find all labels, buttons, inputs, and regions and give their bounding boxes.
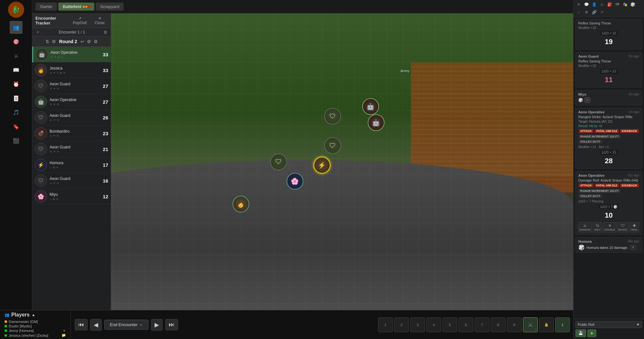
combatant-info-3: Aeon Operative ☠ ✦ ≋ xyxy=(50,98,98,106)
sidebar-icon-target[interactable]: 🎯 xyxy=(10,35,23,48)
hotbar-page-button[interactable]: 1 xyxy=(555,317,570,332)
next-combatant-button[interactable]: ▶ xyxy=(151,319,163,331)
rp-scenes-icon[interactable]: 🎭 xyxy=(622,1,628,8)
players-header[interactable]: 👥 Players ▲ xyxy=(5,312,66,318)
sidebar-icon-music[interactable]: 🎵 xyxy=(10,106,23,119)
sort-button[interactable]: ⇅ xyxy=(45,38,50,45)
add-combatant-button[interactable]: + xyxy=(35,29,40,35)
delete-encounter-button[interactable]: 🗑 xyxy=(104,30,108,34)
hotbar-slot-3[interactable]: 3 xyxy=(410,317,425,332)
combatant-item[interactable]: 🤖 Aeon Operative ☠ ✦ ◈ ≋ 33 xyxy=(32,47,111,62)
sidebar-icon-bookmark[interactable]: 🔖 xyxy=(10,120,23,133)
combatant-init-0: 33 xyxy=(100,52,108,57)
combatant-item[interactable]: 🛡 Aeon Guard ☠ ✦ ≋ 16 xyxy=(32,173,111,189)
hotbar-slot-7[interactable]: 7 xyxy=(475,317,489,332)
sidebar-icon-people[interactable]: 👥 xyxy=(10,21,23,34)
popout-button[interactable]: ↗ PopOut! xyxy=(70,15,90,26)
rp-combat-icon[interactable]: ⚔ xyxy=(599,1,605,8)
token-guard2[interactable]: 🛡 xyxy=(324,137,341,154)
hotbar-slot-1[interactable]: 1 xyxy=(378,317,393,332)
rp-journal-icon[interactable]: 🗺 xyxy=(614,1,620,8)
combatant-avatar-1: 👩 xyxy=(35,64,47,76)
tab-scrapyard[interactable]: Scrapyard xyxy=(96,3,124,11)
token-homura-map[interactable]: 🌸 xyxy=(287,173,303,190)
combatant-item[interactable]: 🛡 Aeon Guard ☠ ✦ ≋ 27 xyxy=(32,78,111,94)
tag-fatal: FATAL AIM D12 xyxy=(595,129,619,133)
tab-starter[interactable]: Starter xyxy=(35,3,57,11)
end-encounter-button[interactable]: End Encounter → xyxy=(104,320,148,330)
token-guard1[interactable]: 🛡 xyxy=(324,108,341,125)
token-guard3[interactable]: 🛡 xyxy=(270,154,287,170)
rp-items-icon[interactable]: 🎒 xyxy=(606,1,613,8)
sidebar-icon-cards[interactable]: 🃏 xyxy=(10,92,23,105)
player-name-dustin: Dustin [Mystic] xyxy=(9,324,32,328)
half-label: HALF xyxy=(594,228,601,231)
rp-chat-icon[interactable]: 💬 xyxy=(583,1,590,8)
sidebar-icon-journal[interactable]: 📖 xyxy=(10,63,23,76)
token-operative2[interactable]: 🤖 xyxy=(368,114,384,131)
config-button[interactable]: ⚙ xyxy=(93,38,99,45)
players-section: 👥 Players ▲ Gamemaster [GM] Dustin [Myst… xyxy=(0,309,71,339)
combatant-icons-8: ☠ ✦ ≋ xyxy=(50,182,98,185)
combatant-item[interactable]: ⚡ Homura ◇ ◈ ≋ 17 xyxy=(32,157,111,173)
sidebar-icon-clock[interactable]: ⏰ xyxy=(10,78,23,90)
settings-button[interactable]: ⚙ xyxy=(51,38,57,45)
first-combatant-button[interactable]: ⏮ xyxy=(75,319,88,330)
combatant-item[interactable]: 🌸 Miyu ◇ ◈ ≋ 12 xyxy=(32,189,111,204)
hotbar-slot-icon-10: ⚔ xyxy=(528,321,533,328)
combatant-name-0: Aeon Operative xyxy=(51,50,98,55)
block-button[interactable]: 🛡 BLOCK xyxy=(617,222,629,232)
token-operative1[interactable]: 🤖 xyxy=(362,98,379,115)
logo-icon[interactable]: 🐉 xyxy=(8,2,24,18)
combatant-avatar-0: 🤖 xyxy=(36,48,48,61)
prev-combatant-button[interactable]: ◀ xyxy=(90,319,102,331)
hotbar-slot-label-10: 0 xyxy=(535,328,536,331)
combatant-name-9: Miyu xyxy=(50,192,98,197)
undo-button[interactable]: ↺ xyxy=(630,245,636,250)
rp-settings-icon[interactable]: ⚙ xyxy=(583,9,590,15)
combatant-avatar-9: 🌸 xyxy=(35,190,47,202)
combatant-item[interactable]: 💣 Bombardiro ☠ ✦ ≋ 23 xyxy=(32,126,111,141)
player-folder-icon: 📁 xyxy=(62,333,66,337)
prev-round-button[interactable]: ↩ xyxy=(80,38,85,45)
hotbar-slot-5[interactable]: 5 xyxy=(442,317,457,332)
save-roll-button[interactable]: 💾 xyxy=(575,329,586,337)
c-icon: ✦ xyxy=(53,103,56,106)
token-jessica[interactable]: 👩 Jessica xyxy=(232,196,249,212)
map-area[interactable]: Jenny 👩 Jessica 🛡 🛡 🛡 ⚡ xyxy=(32,14,573,339)
close-button[interactable]: ✕ Close xyxy=(92,15,108,26)
rp-actors-icon[interactable]: 👤 xyxy=(591,1,597,8)
damage-button[interactable]: ⚔ DAMAGE xyxy=(578,222,592,232)
heal-label: HEAL xyxy=(631,228,638,231)
combatant-item[interactable]: 🤖 Aeon Operative ☠ ✦ ≋ 27 xyxy=(32,94,111,110)
rp-modules-icon[interactable]: 🔗 xyxy=(591,9,597,15)
rp-roll-icon[interactable]: 🎲 xyxy=(630,1,636,8)
combatant-init-8: 16 xyxy=(100,178,108,184)
send-chat-button[interactable]: ➤ xyxy=(587,329,596,337)
sidebar-icon-items[interactable]: ⚔ xyxy=(10,49,23,62)
rp-playlist-icon[interactable]: ♪ xyxy=(575,9,582,15)
msg-time-3: 2m ago xyxy=(629,92,639,96)
hotbar-slot-8[interactable]: 8 xyxy=(491,317,506,332)
half-button[interactable]: ½ HALF xyxy=(593,222,602,232)
hotbar-slot-9[interactable]: 9 xyxy=(507,317,522,332)
combatant-item[interactable]: 👩 Jessica ☠ ✦ ◇ ◈ ≋ 33 xyxy=(32,62,111,78)
sidebar-icon-grid[interactable]: ⬛ xyxy=(10,134,23,147)
double-button[interactable]: ✕ DOUBLE xyxy=(603,222,616,232)
roll-type-select[interactable]: Public Roll ▼ xyxy=(575,321,642,328)
hotbar-slot-6[interactable]: 6 xyxy=(459,317,473,332)
next-round-button[interactable]: ⚙ xyxy=(86,38,92,45)
heal-button[interactable]: ✚ HEAL xyxy=(630,222,639,232)
hotbar-lock-button[interactable]: 🔒 xyxy=(539,317,554,332)
combatant-avatar-7: ⚡ xyxy=(35,159,47,171)
hotbar-slot-10[interactable]: ⚔ 0 xyxy=(523,317,538,332)
hotbar-slot-4[interactable]: 4 xyxy=(426,317,441,332)
combatant-item[interactable]: 🛡 Aeon Guard ☠ ✦ ≋ 21 xyxy=(32,141,111,157)
rp-popout-icon[interactable]: ↗ xyxy=(599,9,605,15)
token-selected[interactable]: ⚡ xyxy=(314,157,330,174)
tab-battlefield[interactable]: Battlefield xyxy=(58,3,94,11)
rp-close-icon[interactable]: ✕ xyxy=(575,1,582,8)
combatant-item[interactable]: 🛡 Aeon Guard ☠ ✦ ≋ 26 xyxy=(32,110,111,126)
last-combatant-button[interactable]: ⏭ xyxy=(165,319,178,330)
hotbar-slot-2[interactable]: 2 xyxy=(394,317,409,332)
